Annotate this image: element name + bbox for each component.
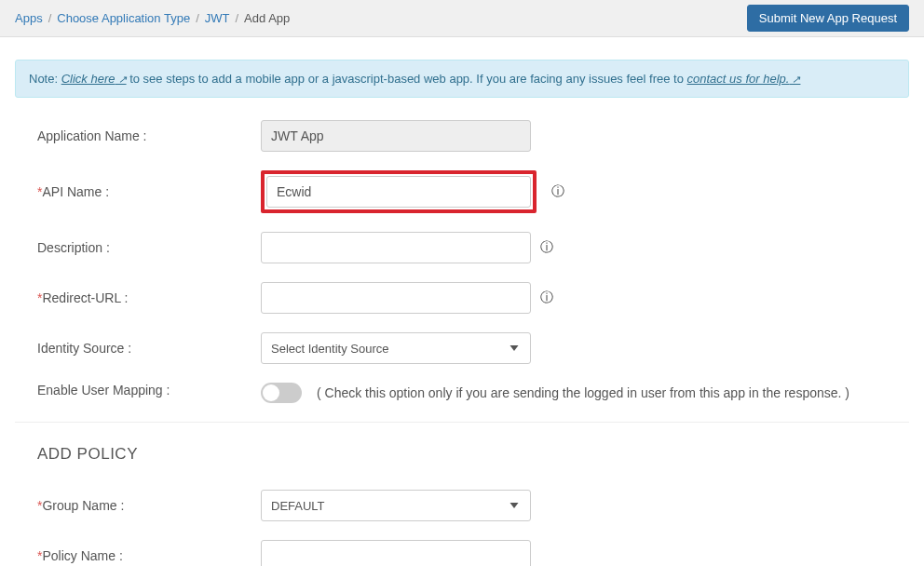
row-enable-user-mapping: Enable User Mapping : ( Check this optio… bbox=[37, 383, 887, 403]
api-name-label: *API Name : bbox=[37, 184, 261, 199]
submit-new-app-button[interactable]: Submit New App Request bbox=[747, 5, 909, 32]
description-field[interactable] bbox=[261, 232, 531, 263]
row-group-name: *Group Name : DEFAULT bbox=[37, 490, 887, 521]
row-identity-source: Identity Source : Select Identity Source bbox=[37, 332, 887, 364]
note-contact-link[interactable]: contact us for help. ↗ bbox=[687, 72, 801, 86]
note-prefix: Note: bbox=[29, 72, 61, 86]
enable-user-mapping-hint: ( Check this option only if you are send… bbox=[317, 385, 849, 400]
breadcrumb-sep-icon: / bbox=[48, 11, 52, 25]
policy-name-label: *Policy Name : bbox=[37, 548, 261, 563]
api-name-highlight bbox=[261, 170, 537, 213]
breadcrumb-jwt[interactable]: JWT bbox=[205, 11, 230, 25]
breadcrumb-choose-app-type[interactable]: Choose Application Type bbox=[57, 11, 190, 25]
identity-source-select[interactable]: Select Identity Source bbox=[261, 332, 531, 364]
api-name-field[interactable] bbox=[266, 176, 531, 208]
description-label: Description : bbox=[37, 240, 261, 255]
row-api-name: *API Name : ⓘ bbox=[37, 170, 887, 213]
note-alert: Note: Click here ↗ to see steps to add a… bbox=[15, 60, 909, 98]
info-icon[interactable]: ⓘ bbox=[540, 239, 553, 256]
breadcrumb: Apps / Choose Application Type / JWT / A… bbox=[15, 11, 290, 25]
redirect-url-label: *Redirect-URL : bbox=[37, 290, 261, 305]
top-bar: Apps / Choose Application Type / JWT / A… bbox=[0, 0, 924, 37]
application-name-label: Application Name : bbox=[37, 128, 261, 143]
breadcrumb-current: Add App bbox=[244, 11, 290, 25]
redirect-url-field[interactable] bbox=[261, 282, 531, 314]
identity-source-label: Identity Source : bbox=[37, 341, 261, 356]
row-application-name: Application Name : bbox=[37, 120, 887, 152]
main-form: Application Name : *API Name : ⓘ Descrip… bbox=[15, 120, 909, 566]
group-name-select[interactable]: DEFAULT bbox=[261, 490, 531, 521]
add-policy-title: ADD POLICY bbox=[37, 445, 887, 464]
enable-user-mapping-toggle[interactable] bbox=[261, 383, 302, 403]
note-click-here-link[interactable]: Click here ↗ bbox=[61, 72, 127, 86]
enable-user-mapping-label: Enable User Mapping : bbox=[37, 383, 261, 398]
info-icon[interactable]: ⓘ bbox=[540, 290, 553, 306]
info-icon[interactable]: ⓘ bbox=[551, 183, 564, 200]
policy-name-field[interactable] bbox=[261, 540, 531, 566]
breadcrumb-apps[interactable]: Apps bbox=[15, 11, 43, 25]
group-name-label: *Group Name : bbox=[37, 498, 261, 513]
breadcrumb-sep-icon: / bbox=[235, 11, 238, 25]
breadcrumb-sep-icon: / bbox=[196, 11, 199, 25]
note-text: to see steps to add a mobile app or a ja… bbox=[127, 72, 687, 86]
external-link-icon: ↗ bbox=[115, 74, 126, 85]
row-description: Description : ⓘ bbox=[37, 232, 887, 263]
content: Note: Click here ↗ to see steps to add a… bbox=[0, 37, 924, 566]
row-policy-name: *Policy Name : bbox=[37, 540, 887, 566]
section-divider bbox=[15, 422, 909, 423]
row-redirect-url: *Redirect-URL : ⓘ bbox=[37, 282, 887, 314]
application-name-field bbox=[261, 120, 531, 152]
external-link-icon: ↗ bbox=[789, 74, 800, 85]
